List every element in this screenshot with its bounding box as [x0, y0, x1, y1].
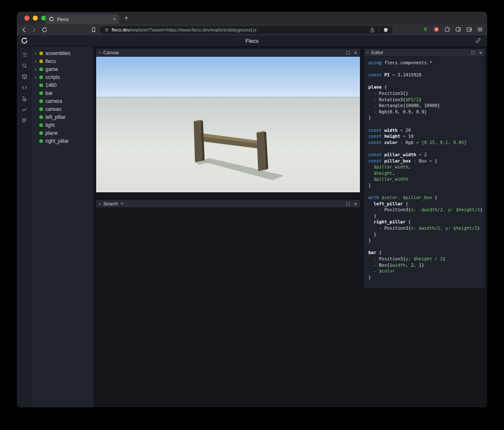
- entity-kind-swatch: [39, 100, 43, 103]
- entity-kind-swatch: [39, 115, 43, 119]
- code-line: const PI = 3.1415926: [368, 72, 481, 78]
- expand-chevron-icon[interactable]: ›: [35, 67, 39, 72]
- code-line: $pillar_width,: [368, 164, 481, 170]
- code-line: - Position3{}: [368, 90, 481, 97]
- query-search-icon[interactable]: [17, 60, 32, 71]
- search-panel-header: ▸ Search ×: [96, 199, 360, 208]
- canvas-panel: ▾ Canvas ×: [96, 48, 360, 193]
- tree-item-game[interactable]: ›game: [32, 65, 93, 73]
- stats-icon[interactable]: [17, 115, 32, 126]
- tab-close-icon[interactable]: ×: [113, 16, 116, 22]
- close-window-button[interactable]: [24, 16, 29, 21]
- editor-panel: ▾ Editor × using flecs.components.* cons…: [364, 48, 486, 288]
- back-icon[interactable]: [20, 26, 28, 34]
- entity-label: flecs: [45, 58, 56, 64]
- code-line: $pillar_width: [368, 176, 481, 182]
- entity-kind-swatch: [39, 139, 43, 143]
- code-line: [368, 188, 481, 194]
- wallet-icon[interactable]: [466, 26, 473, 33]
- code-line: }: [368, 274, 481, 281]
- charts-icon[interactable]: [17, 104, 32, 115]
- tree-item-plane[interactable]: plane: [32, 129, 93, 137]
- code-line: const color : Rgb = {0.15, 0.1, 0.05}: [368, 139, 481, 146]
- tree-item-bar[interactable]: bar: [32, 89, 93, 97]
- expand-panel-icon[interactable]: [346, 202, 350, 206]
- tree-item-assemblies[interactable]: ›assemblies: [32, 49, 93, 57]
- address-bar[interactable]: flecs.dev/explorer/?wasm=https://www.fle…: [100, 26, 393, 34]
- script-code-icon[interactable]: [17, 82, 32, 93]
- entity-label: scripts: [45, 74, 60, 80]
- tab-title: Flecs: [57, 17, 113, 22]
- entity-tree-icon[interactable]: [17, 49, 32, 60]
- code-line: }: [368, 115, 481, 121]
- sidebar-toggle-icon[interactable]: [455, 26, 462, 33]
- browser-window: Flecs × + flecs.dev/explorer/?wasm=https…: [17, 12, 487, 407]
- tab-strip: Flecs × +: [17, 12, 487, 24]
- tree-item-1460[interactable]: 1460: [32, 81, 93, 89]
- entity-label: right_pillar: [45, 138, 68, 144]
- code-line: left_pillar {: [368, 201, 481, 207]
- expand-chevron-icon[interactable]: ›: [35, 59, 39, 64]
- minimize-window-button[interactable]: [33, 16, 38, 21]
- tool-sidebar: [17, 47, 32, 407]
- code-line: - Box{$width, 2, 1}: [368, 262, 481, 268]
- code-line: plane {: [368, 84, 481, 90]
- close-panel-icon[interactable]: ×: [479, 50, 482, 55]
- brave-shield-icon[interactable]: [383, 27, 388, 33]
- menu-icon[interactable]: [477, 26, 484, 33]
- expand-chevron-icon[interactable]: ›: [35, 51, 39, 56]
- url-text: flecs.dev/explorer/?wasm=https://www.fle…: [112, 27, 370, 32]
- panel-title: Search: [103, 201, 118, 206]
- inspector-icon[interactable]: [17, 93, 32, 104]
- reload-icon[interactable]: [41, 26, 48, 34]
- tree-item-camera[interactable]: camera: [32, 97, 93, 105]
- panel-collapse-icon[interactable]: ▾: [99, 51, 101, 55]
- divider: [379, 27, 379, 32]
- extension-cluster: V: [422, 26, 484, 33]
- expand-panel-icon[interactable]: [346, 50, 350, 55]
- panel-title: Canvas: [103, 50, 119, 55]
- entity-kind-swatch: [39, 68, 43, 71]
- tree-item-canvas[interactable]: canvas: [32, 105, 93, 113]
- entity-label: plane: [45, 130, 58, 136]
- code-line: [368, 244, 481, 250]
- share-link-icon[interactable]: [475, 37, 481, 44]
- tree-item-flecs[interactable]: ›flecs: [32, 57, 93, 65]
- tree-item-scripts[interactable]: ›scripts: [32, 73, 93, 81]
- 3d-viewport[interactable]: [96, 57, 360, 193]
- bookmark-icon[interactable]: [90, 26, 97, 34]
- code-line: - Rectangle{10000, 10000}: [368, 102, 481, 109]
- panel-collapse-icon[interactable]: ▾: [367, 51, 369, 55]
- code-line: - Rgb{0.9, 0.9, 0.9}: [368, 109, 481, 115]
- code-line: bar {: [368, 249, 481, 256]
- tree-item-left_pillar[interactable]: left_pillar: [32, 113, 93, 121]
- entities-cube-icon[interactable]: [17, 71, 32, 82]
- expand-panel-icon[interactable]: [471, 50, 475, 55]
- browser-toolbar: flecs.dev/explorer/?wasm=https://www.fle…: [17, 24, 487, 35]
- entity-kind-swatch: [39, 92, 43, 95]
- forward-icon[interactable]: [30, 26, 38, 34]
- code-line: - Position3{x: -$width/2, y: $height/2}: [368, 207, 481, 213]
- editor-panel-header: ▾ Editor ×: [364, 48, 486, 57]
- close-panel-icon[interactable]: ×: [354, 50, 357, 55]
- panel-collapse-icon[interactable]: ▸: [99, 202, 101, 206]
- entity-kind-swatch: [39, 60, 43, 63]
- code-line: $height,: [368, 170, 481, 176]
- app-header: Flecs: [17, 35, 487, 47]
- entity-kind-swatch: [39, 108, 43, 111]
- red-extension-icon[interactable]: [433, 26, 440, 33]
- share-icon[interactable]: [370, 27, 375, 33]
- entity-kind-swatch: [39, 76, 43, 79]
- extensions-puzzle-icon[interactable]: [444, 26, 451, 33]
- tree-item-light[interactable]: light: [32, 121, 93, 129]
- code-editor[interactable]: using flecs.components.* const PI = 3.14…: [364, 57, 486, 288]
- tree-item-right_pillar[interactable]: right_pillar: [32, 137, 93, 145]
- entity-kind-swatch: [39, 123, 43, 127]
- flecs-favicon-icon: [49, 16, 54, 22]
- close-panel-icon[interactable]: ×: [354, 202, 357, 206]
- new-tab-button[interactable]: +: [124, 14, 128, 22]
- vimium-extension-icon[interactable]: V: [422, 26, 429, 33]
- entity-label: canvas: [45, 106, 61, 112]
- browser-tab-flecs[interactable]: Flecs ×: [45, 14, 119, 24]
- expand-chevron-icon[interactable]: ›: [35, 75, 39, 80]
